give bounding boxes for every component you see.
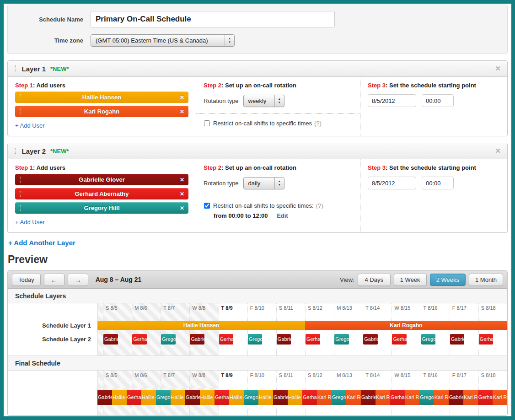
layer-drag-handle-icon[interactable]: ↑↓	[14, 147, 16, 154]
step2-heading: Step 2: Set up an on-call rotation	[204, 164, 353, 171]
date-range-label: Aug 8 – Aug 21	[96, 276, 142, 283]
select-stepper-icon: ▲▼	[274, 178, 284, 189]
tab-view-1-month[interactable]: 1 Month	[469, 274, 503, 286]
timezone-label: Time zone	[8, 37, 91, 44]
final-shift-segment: Gerhard Abernathy	[302, 390, 317, 405]
day-header-cell: S 8/18	[478, 371, 507, 388]
help-icon[interactable]: (?)	[314, 120, 322, 127]
start-date-input-1[interactable]	[368, 94, 416, 107]
remove-user-icon[interactable]: ✕	[180, 205, 184, 211]
day-header-cell: T 8/16	[421, 303, 450, 321]
pill-drag-handle-icon[interactable]: ↑↓	[19, 176, 21, 183]
layer-1-close-icon[interactable]: ✕	[495, 65, 501, 73]
step2-heading: Step 2: Set up an on-call rotation	[204, 82, 353, 89]
layer2-shift-block: Gregory Hilll	[421, 334, 436, 345]
timezone-row: Time zone (GMT-05:00) Eastern Time (US &…	[8, 34, 507, 47]
today-button[interactable]: Today	[12, 274, 41, 286]
final-shift-segment: Hailie Hansen	[258, 390, 273, 405]
add-user-link-1[interactable]: + Add User	[15, 122, 45, 129]
step1-heading: Step 1: Add users	[15, 82, 188, 89]
restrict-edit-link[interactable]: Edit	[277, 212, 288, 219]
layer-1-title: Layer 1	[22, 65, 46, 73]
pill-drag-handle-icon[interactable]: ↑↓	[19, 205, 21, 211]
final-shift-segment: Hailie Hansen	[112, 390, 127, 405]
final-shift-segment: Gregory Hilll	[156, 390, 171, 405]
day-header-cell: W 8/15	[392, 303, 420, 321]
layer2-shift-block: Gerhard Abernathy	[306, 334, 320, 345]
help-icon[interactable]: (?)	[316, 202, 323, 209]
restrict-checkbox-1[interactable]	[204, 120, 210, 126]
tab-view-4-days[interactable]: 4 Days	[358, 274, 391, 286]
layer-drag-handle-icon[interactable]: ↑↓	[14, 65, 16, 72]
timezone-select[interactable]: (GMT-05:00) Eastern Time (US & Canada) ▲…	[91, 34, 235, 47]
pill-drag-handle-icon[interactable]: ↑↓	[19, 108, 21, 114]
remove-user-icon[interactable]: ✕	[180, 108, 184, 115]
day-header-cell: M 8/13	[334, 303, 363, 321]
user-pill[interactable]: ↑↓Karl Rogahn✕	[15, 106, 188, 117]
final-rows: Gabrielle GloverHailie HansenGerhard Abe…	[8, 388, 507, 415]
rotation-type-label: Rotation type	[204, 180, 239, 187]
final-shift-segment: Gregory Hilll	[244, 390, 258, 405]
view-switcher: View: 4 Days 1 Week 2 Weeks 1 Month	[340, 274, 503, 286]
day-header-cell: T 8/7	[161, 371, 189, 388]
layer2-shift-block: Gerhard Abernathy	[479, 334, 494, 345]
user-pill[interactable]: ↑↓Gabrielle Glover✕	[15, 174, 188, 185]
start-time-input-2[interactable]	[422, 177, 454, 189]
tab-view-1-week[interactable]: 1 Week	[394, 274, 427, 286]
day-header-cell: M 8/6	[132, 371, 161, 388]
remove-user-icon[interactable]: ✕	[180, 177, 184, 183]
remove-user-icon[interactable]: ✕	[180, 191, 184, 197]
final-shift-segment: Gerhard Abernathy	[390, 390, 405, 405]
final-shift-segment: Karl Rogahn	[434, 390, 449, 405]
start-point-row-1	[368, 94, 500, 107]
layer-2-new-badge: *NEW*	[50, 148, 69, 155]
layer-card-2: ↑↓ Layer 2 *NEW* ✕ Step 1: Add users ↑↓G…	[7, 143, 508, 233]
user-list-1: ↑↓Hailie Hansen✕↑↓Karl Rogahn✕	[15, 92, 188, 117]
rotation-type-select-1[interactable]: weekly ▲▼	[243, 95, 284, 107]
remove-user-icon[interactable]: ✕	[180, 94, 184, 101]
layer-1-step1-column: Step 1: Add users ↑↓Hailie Hansen✕↑↓Karl…	[8, 77, 196, 136]
user-pill[interactable]: ↑↓Gerhard Abernathy✕	[15, 188, 188, 199]
arrow-left-icon: ←	[51, 276, 58, 284]
step3-number: Step 3	[368, 164, 386, 171]
layer-1-step3-column: Step 3: Set the schedule starting point	[360, 77, 507, 136]
step1-heading: Step 1: Add users	[15, 164, 188, 171]
pill-drag-handle-icon[interactable]: ↑↓	[19, 94, 21, 100]
layer2-shift-block: Gerhard Abernathy	[219, 334, 234, 345]
schedule-name-input[interactable]	[91, 11, 335, 27]
day-header-cell: S 8/12	[305, 303, 334, 321]
layer2-shift-block: Gabrielle Glover	[103, 334, 118, 345]
add-user-link-2[interactable]: + Add User	[15, 219, 45, 226]
prev-arrow-button[interactable]: ←	[44, 274, 64, 286]
step2-number: Step 2	[204, 82, 221, 89]
tab-view-2-weeks[interactable]: 2 Weeks	[430, 274, 466, 286]
add-another-layer-link[interactable]: + Add Another Layer	[8, 239, 75, 247]
user-pill[interactable]: ↑↓Hailie Hansen✕	[15, 92, 188, 103]
start-time-input-1[interactable]	[422, 94, 454, 107]
layer2-shift-block: Gabrielle Glover	[363, 334, 378, 345]
step3-text: : Set the schedule starting point	[386, 164, 476, 171]
layer-1-new-badge: *NEW*	[50, 65, 69, 72]
layer2-shift-block: Gabrielle Glover	[277, 334, 291, 345]
layer-1-body: Step 1: Add users ↑↓Hailie Hansen✕↑↓Karl…	[8, 77, 507, 136]
final-shift-segment: Gregory Hilll	[419, 390, 434, 405]
final-shift-segment: Gabrielle Glover	[449, 390, 463, 405]
day-header-cell: S 8/11	[276, 371, 305, 388]
day-header-cell: T 8/14	[363, 371, 392, 388]
step1-text: : Add users	[33, 82, 65, 89]
layer-2-close-icon[interactable]: ✕	[495, 147, 501, 155]
layer-2-header: ↑↓ Layer 2 *NEW* ✕	[8, 143, 507, 159]
start-date-input-2[interactable]	[368, 177, 416, 189]
rotation-type-select-2[interactable]: daily ▲▼	[243, 177, 284, 189]
next-arrow-button[interactable]: →	[68, 274, 88, 286]
restrict-checkbox-2[interactable]	[204, 203, 210, 209]
user-pill[interactable]: ↑↓Gregory Hilll✕	[15, 202, 188, 214]
divider	[196, 113, 360, 114]
layer-1-step2-column: Step 2: Set up an on-call rotation Rotat…	[196, 77, 360, 136]
day-header-cell: S 8/18	[478, 303, 507, 321]
final-shift-segment: Gregory Hilll	[332, 390, 346, 405]
step2-number: Step 2	[204, 164, 221, 171]
restrict-row-2: Restrict on-call shifts to specific time…	[204, 202, 353, 209]
pill-drag-handle-icon[interactable]: ↑↓	[19, 190, 21, 197]
day-header-cell: M 8/6	[132, 303, 161, 321]
